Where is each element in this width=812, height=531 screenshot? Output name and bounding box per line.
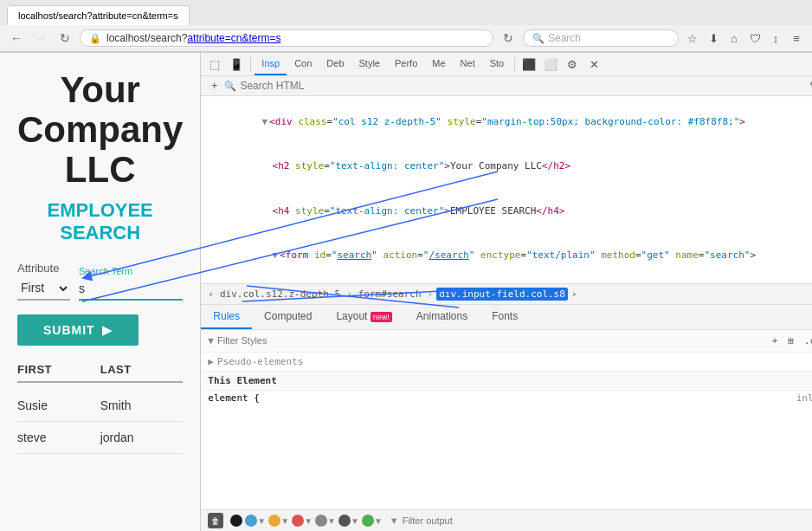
results-table: FIRST LAST Susie Smith steve jordan [17, 363, 183, 454]
html-line[interactable]: ▼<form id="search" action="/search" enct… [201, 234, 812, 279]
attribute-label: Attribute [17, 262, 70, 275]
attribute-field-group: Attribute First Last Email Phone [17, 262, 70, 301]
tab-animations[interactable]: Animations [404, 305, 480, 329]
responsive-icon[interactable]: ⬛ [519, 54, 539, 74]
color-dot-red[interactable] [292, 515, 304, 527]
html-line[interactable]: <h2 style="text-align: center">Your Comp… [201, 145, 812, 190]
color-dot-orange-arrow[interactable]: ▼ [280, 516, 289, 526]
table-row: steve jordan [17, 422, 183, 454]
reload-button[interactable]: ↻ [499, 29, 518, 48]
toolbar-separator-2 [514, 57, 515, 71]
tab-performance[interactable]: Perfo [388, 53, 424, 75]
main-area: Your Company LLC EMPLOYEE SEARCH Attribu… [0, 53, 812, 531]
submit-button[interactable]: SUBMIT ▶ [17, 314, 139, 346]
breadcrumb-item-1[interactable]: form#search [356, 288, 424, 301]
clear-console-button[interactable]: 🗑 [208, 513, 223, 528]
tab-layout[interactable]: Layout new! [324, 305, 403, 329]
tab-style-editor[interactable]: Style [352, 53, 387, 75]
company-title: Your Company LLC [17, 70, 183, 191]
home-icon[interactable]: ⌂ [725, 29, 743, 47]
search-form: Attribute First Last Email Phone Search … [17, 262, 183, 454]
forward-button[interactable]: → [31, 29, 50, 48]
settings-icon[interactable]: ⚙ [562, 54, 583, 74]
color-dot-gray[interactable] [315, 515, 327, 527]
tab-fonts[interactable]: Fonts [480, 305, 530, 329]
color-dot-green[interactable] [362, 515, 374, 527]
html-line[interactable]: <h4 style="text-align: center">EMPLOYEE … [201, 189, 812, 234]
results-header: FIRST LAST [17, 363, 183, 383]
search-term-floating-label: Search Term [79, 266, 183, 276]
breadcrumb-back[interactable]: ‹ [208, 288, 214, 300]
tab-memory[interactable]: Me [425, 53, 452, 75]
devtools-toolbar: ⬚ 📱 Insp Con Deb Style Perfo Me Net Sto … [201, 53, 812, 76]
last-name-cell: Smith [100, 398, 184, 412]
tab-debugger[interactable]: Deb [319, 53, 351, 75]
color-dot-gray-arrow[interactable]: ▼ [327, 516, 336, 526]
html-line[interactable]: ▼<div class="col s12 z-depth-5" style="m… [201, 100, 812, 145]
color-dot-green-arrow[interactable]: ▼ [374, 516, 383, 526]
color-dot-red-arrow[interactable]: ▼ [304, 516, 313, 526]
tab-storage[interactable]: Sto [483, 53, 512, 75]
tab-network[interactable]: Net [454, 53, 482, 75]
employee-search-title: EMPLOYEE SEARCH [17, 199, 183, 244]
inline-source-label: inline [796, 392, 812, 404]
back-button[interactable]: ← [7, 29, 26, 48]
breadcrumb-item-0[interactable]: div.col.s12.z-depth-5 [217, 288, 343, 301]
split-icon[interactable]: ⬜ [540, 54, 561, 74]
search-html-input[interactable] [240, 80, 806, 92]
color-dot-orange[interactable] [268, 515, 280, 527]
color-dot-group: ▼ [245, 515, 266, 527]
pseudo-elements-label: Pseudo-elements [217, 356, 303, 367]
inspect-element-icon[interactable]: ⬚ [204, 54, 225, 74]
tab-console[interactable]: Con [287, 53, 319, 75]
download-icon[interactable]: ⬇ [705, 29, 722, 47]
bookmark-icon[interactable]: ☆ [684, 29, 701, 47]
nav-bar: ← → ↻ 🔒 localhost/search?attribute=cn&te… [0, 25, 812, 52]
browser-search-bar[interactable]: 🔍 Search [523, 29, 679, 47]
address-bar[interactable]: 🔒 localhost/search?attribute=cn&term=s [80, 29, 493, 47]
color-dot-arrow[interactable]: ▼ [257, 516, 266, 526]
color-dot-group-dark: ▼ [338, 515, 359, 527]
mobile-icon[interactable]: 📱 [226, 54, 247, 74]
color-filter-dots: ▼ ▼ ▼ ▼ ▼ [230, 515, 382, 527]
html-tree: ▼<div class="col s12 z-depth-5" style="m… [201, 96, 812, 283]
filter-icon: ▼ [208, 335, 214, 346]
copy-style-button[interactable]: ⊞ [784, 333, 797, 348]
filter-output-area: ▼ [390, 515, 812, 526]
first-name-cell: steve [17, 431, 100, 444]
color-dot-black[interactable] [230, 515, 242, 527]
sync-icon[interactable]: ↕ [767, 29, 784, 47]
filter-output-input[interactable] [403, 515, 812, 526]
more-options-button[interactable]: .cls [801, 333, 812, 348]
tab-computed[interactable]: Computed [252, 305, 324, 329]
tab-inspector[interactable]: Insp [255, 53, 287, 75]
shield-icon[interactable]: 🛡 [746, 29, 764, 47]
nav-icons: ☆ ⬇ ⌂ 🛡 ↕ ≡ [684, 29, 805, 47]
search-term-input[interactable] [79, 278, 183, 301]
color-dot-dark[interactable] [338, 515, 351, 527]
col-last-header: LAST [100, 363, 184, 376]
browser-tab[interactable]: localhost/search?attribute=cn&term=s [7, 5, 190, 25]
color-dot-group-red: ▼ [292, 515, 313, 527]
refresh-button[interactable]: ↻ [55, 29, 74, 48]
filter-styles-input[interactable] [217, 335, 765, 346]
tab-rules[interactable]: Rules [201, 305, 252, 329]
toolbar-separator [250, 57, 251, 71]
element-inline-row: element { inline [201, 391, 812, 405]
color-dot-blue[interactable] [245, 515, 257, 527]
console-toolbar: 🗑 ▼ ▼ ▼ [201, 509, 812, 531]
menu-icon[interactable]: ≡ [788, 29, 805, 47]
first-name-cell: Susie [17, 398, 100, 412]
breadcrumb-item-2[interactable]: div.input-field.col.s8 [436, 288, 568, 301]
pseudo-elements-row[interactable]: ▶ Pseudo-elements [201, 353, 812, 372]
form-row-fields: Attribute First Last Email Phone Search … [17, 262, 183, 301]
inspector-search-bar: + 🔍 ✎ ⤢ [201, 76, 812, 96]
breadcrumb-forward[interactable]: › [571, 288, 577, 300]
close-icon[interactable]: ✕ [583, 54, 604, 74]
url-display: localhost/search?attribute=cn&term=s [106, 32, 484, 44]
color-dot-dark-arrow[interactable]: ▼ [351, 516, 359, 526]
add-node-button[interactable]: + [208, 80, 221, 92]
table-row: Susie Smith [17, 390, 183, 422]
add-style-button[interactable]: + [769, 333, 782, 348]
attribute-select[interactable]: First Last Email Phone [17, 276, 70, 301]
